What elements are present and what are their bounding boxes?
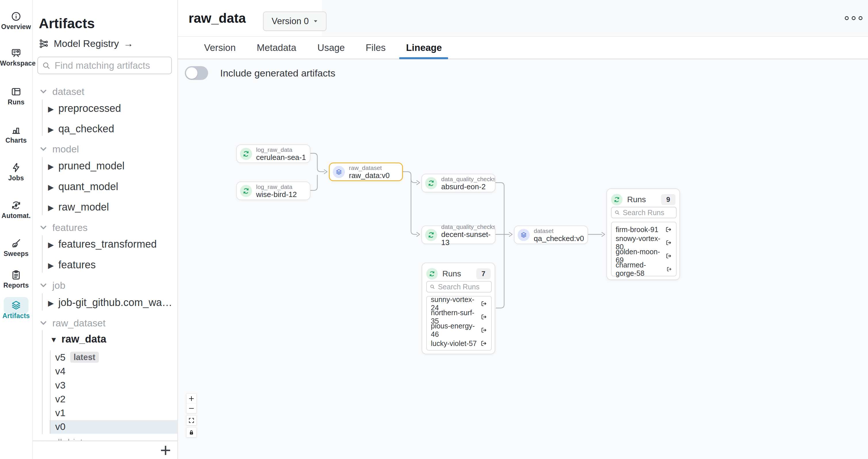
lineage-node-wise-bird-12[interactable]: log_raw_datawise-bird-12 [236,181,310,200]
include-generated-artifacts-toggle[interactable] [185,66,208,80]
node-type-label: dataset [534,228,584,234]
open-run-icon[interactable] [480,327,487,334]
toggle-knob [186,67,197,79]
open-run-icon[interactable] [665,253,672,259]
tree-guide [42,99,42,136]
tree-guide [42,235,42,272]
node-type-label: log_raw_data [256,146,306,153]
tree-section-model[interactable]: model [40,143,79,155]
clipboard-icon [11,269,22,280]
model-registry-link[interactable]: Model Registry → [39,38,133,49]
tree-collection-raw-data[interactable]: ▼raw_data [50,333,106,345]
info-icon [11,11,22,22]
open-run-icon[interactable] [665,226,672,233]
nav-item-reports[interactable]: Reports [0,269,32,289]
tree-item-features-transformed[interactable]: ▶features_transformed [48,238,157,251]
lock-icon [189,430,194,435]
tree-item-qa-checked[interactable]: ▶qa_checked [48,122,114,135]
toggle-row: Include generated artifacts [185,66,335,80]
artifact-header: raw_data Version 0 [177,0,868,37]
version-item-v5[interactable]: v5latest [55,351,99,364]
triangle-right-icon: ▶ [48,103,54,115]
lineage-node-raw-data-v0[interactable]: raw_datasetraw_data:v0 [329,163,403,181]
add-artifact-button[interactable] [159,443,173,457]
minus-icon [188,405,194,411]
tree-item-preprocessed[interactable]: ▶preprocessed [48,102,121,115]
triangle-right-icon: ▶ [48,259,54,272]
open-run-icon[interactable] [666,266,672,272]
model-registry-label: Model Registry [54,38,119,49]
node-name: decent-sunset-13 [441,230,495,247]
nav-item-workspace[interactable]: Workspace [0,48,32,67]
tree-section-dataset[interactable]: dataset [40,85,85,98]
runs-search-input[interactable] [622,208,673,217]
run-row[interactable]: pious-energy-46 [427,323,491,337]
tree-item-pruned-model[interactable]: ▶pruned_model [48,160,124,172]
lineage-node-qa-checked-v0[interactable]: datasetqa_checked:v0 [514,226,588,244]
lineage-canvas: Include generated artifacts [177,59,868,459]
lineage-node-cerulean-sea-1[interactable]: log_raw_datacerulean-sea-1 [236,144,310,163]
tab-lineage[interactable]: Lineage [406,37,442,59]
open-run-icon[interactable] [665,239,672,246]
tree-section-features[interactable]: features [40,221,88,234]
artifact-icon [518,229,530,241]
version-item-v0-selected[interactable]: v0 [55,420,65,433]
chevron-down-icon [40,319,47,327]
version-item-v4[interactable]: v4 [55,365,65,377]
lightning-icon [11,162,22,173]
tree-section-job[interactable]: job [40,279,65,292]
nav-item-sweeps[interactable]: Sweeps [0,238,32,258]
latest-badge: latest [70,352,99,363]
version-dropdown-button[interactable]: Version 0 [263,11,327,31]
version-item-v3[interactable]: v3 [55,379,65,392]
run-row[interactable]: lucky-violet-57 [427,337,491,350]
nav-item-charts[interactable]: Charts [0,124,32,144]
nav-item-artifacts[interactable]: Artifacts [0,300,32,320]
tree-item-features[interactable]: ▶features [48,259,96,271]
tab-bar: Version Metadata Usage Files Lineage [177,37,868,59]
artifact-search-input[interactable] [54,60,167,71]
run-icon [426,268,438,280]
tab-usage[interactable]: Usage [317,37,345,59]
run-row[interactable]: charmed-gorge-58 [612,263,676,276]
runs-list: firm-brook-91 snowy-vortex-80 golden-moo… [611,222,677,276]
arrow-right-icon: → [124,38,133,49]
lineage-node-decent-sunset-13[interactable]: data_quality_checksdecent-sunset-13 [421,226,496,244]
nav-label: Runs [0,98,32,106]
tree-item-quant-model[interactable]: ▶quant_model [48,180,118,193]
artifact-search-box [37,57,172,74]
tree-section-raw-dataset[interactable]: raw_dataset [40,317,105,329]
chevron-down-icon [40,145,47,153]
zoom-out-button[interactable] [187,403,196,413]
tree-item-job-git[interactable]: ▶job-git_github.com_wa… [48,296,172,309]
nav-item-automations[interactable]: Automat. [0,200,32,220]
tree-guide [42,157,42,215]
broom-icon [11,238,22,249]
tab-metadata[interactable]: Metadata [257,37,296,59]
search-icon [615,209,620,216]
more-menu-button[interactable] [844,15,863,23]
open-run-icon[interactable] [480,340,487,347]
tab-files[interactable]: Files [366,37,386,59]
nav-item-jobs[interactable]: Jobs [0,162,32,182]
lineage-node-absurd-eon-2[interactable]: data_quality_checksabsurd-eon-2 [421,174,496,192]
model-registry-icon [39,38,49,49]
open-run-icon[interactable] [480,314,487,320]
zoom-in-button[interactable] [187,394,196,403]
node-name: qa_checked:v0 [534,234,584,242]
lock-button[interactable] [187,428,196,437]
workspace-icon [11,48,22,58]
tree-item-raw-model[interactable]: ▶raw_model [48,201,109,213]
version-item-v1[interactable]: v1 [55,406,65,419]
fit-view-button[interactable] [187,415,196,425]
nav-item-runs[interactable]: Runs [0,86,32,106]
tree-guide [42,330,42,434]
nav-item-overview[interactable]: Overview [0,11,32,31]
tab-version[interactable]: Version [204,37,236,59]
open-run-icon[interactable] [480,300,487,307]
run-icon [611,194,623,205]
version-item-v2[interactable]: v2 [55,393,65,405]
runs-search-input[interactable] [437,282,488,291]
node-name: cerulean-sea-1 [256,153,306,161]
node-type-label: log_raw_data [256,183,297,191]
